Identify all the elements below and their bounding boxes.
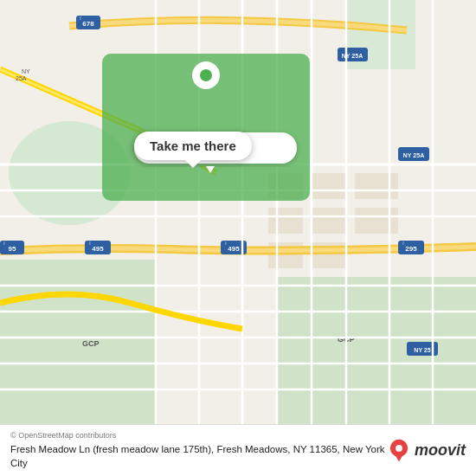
take-me-there-wrapper: Take me there <box>134 128 252 168</box>
tooltip-pointer <box>184 159 202 168</box>
moovit-logo: moovit <box>387 439 466 463</box>
svg-point-56 <box>200 69 212 81</box>
address-text: Fresh Meadow Ln (fresh meadow lane 175th… <box>10 442 387 470</box>
moovit-brand-text: moovit <box>415 441 466 460</box>
svg-text:NY: NY <box>22 68 30 74</box>
svg-text:NY 25A: NY 25A <box>342 53 363 59</box>
svg-text:25A: 25A <box>16 75 27 81</box>
take-me-there-button[interactable]: Take me there <box>134 132 252 160</box>
svg-rect-10 <box>355 208 398 234</box>
svg-point-61 <box>396 445 402 452</box>
svg-text:678: 678 <box>82 20 94 28</box>
svg-text:I: I <box>225 241 226 246</box>
svg-text:495: 495 <box>92 245 104 253</box>
svg-text:NY 25A: NY 25A <box>403 152 424 158</box>
svg-text:295: 295 <box>405 245 417 253</box>
svg-text:GCP: GCP <box>82 339 100 348</box>
osm-credit: © OpenStreetMap contributors <box>10 431 387 440</box>
info-bar: © OpenStreetMap contributors Fresh Meado… <box>0 424 476 476</box>
svg-rect-9 <box>312 208 346 234</box>
svg-rect-7 <box>355 173 398 199</box>
info-left: © OpenStreetMap contributors Fresh Meado… <box>10 431 387 470</box>
svg-rect-8 <box>268 208 303 234</box>
svg-text:495: 495 <box>228 245 240 253</box>
svg-text:I: I <box>80 16 80 21</box>
map-svg: 678 I NY 25A NY 25A 495 I 495 I 295 I NY… <box>0 0 476 424</box>
svg-text:I: I <box>3 241 4 246</box>
map-container: 678 I NY 25A NY 25A 495 I 495 I 295 I NY… <box>0 0 476 424</box>
svg-text:I: I <box>89 241 90 246</box>
svg-text:I: I <box>402 241 403 246</box>
svg-rect-2 <box>277 277 476 424</box>
svg-text:95: 95 <box>9 245 16 253</box>
svg-rect-6 <box>312 173 346 199</box>
moovit-pin-icon <box>387 439 411 463</box>
svg-text:NY 25: NY 25 <box>414 347 430 353</box>
svg-rect-1 <box>0 260 156 424</box>
